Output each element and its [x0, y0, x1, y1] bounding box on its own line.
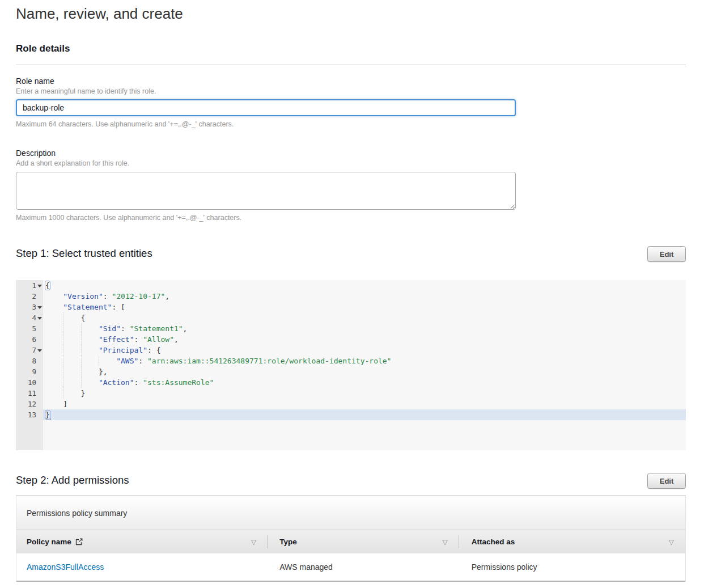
step1-edit-button[interactable]: Edit: [647, 246, 686, 262]
role-details-heading: Role details: [16, 43, 686, 54]
step1-header-row: Step 1: Select trusted entities Edit: [16, 246, 686, 262]
permissions-table-header: Policy name ▽ Type ▽ Attached as: [16, 530, 685, 553]
attached-as-cell: Permissions policy: [459, 562, 685, 572]
role-name-input[interactable]: [16, 99, 516, 116]
column-policy-name: Policy name ▽: [16, 530, 268, 553]
permissions-panel-title: Permissions policy summary: [16, 496, 685, 530]
column-type: Type ▽: [268, 530, 459, 553]
policy-name-link[interactable]: AmazonS3FullAccess: [27, 562, 104, 572]
step2-header-row: Step 2: Add permissions Edit: [16, 473, 686, 489]
role-name-field: Role name Enter a meaningful name to ide…: [16, 77, 686, 128]
type-header-label: Type: [279, 538, 297, 546]
page-content: Name, review, and create Role details Ro…: [16, 5, 686, 582]
description-field: Description Add a short explanation for …: [16, 149, 686, 222]
step2-edit-button[interactable]: Edit: [647, 473, 686, 489]
attached-as-filter-icon[interactable]: ▽: [669, 538, 674, 546]
description-textarea[interactable]: [16, 172, 516, 210]
description-hint: Maximum 1000 characters. Use alphanumeri…: [16, 214, 686, 222]
trust-policy-editor[interactable]: 12345678910111213 {"Version": "2012-10-1…: [16, 280, 686, 450]
page-title: Name, review, and create: [16, 5, 686, 23]
step1-heading: Step 1: Select trusted entities: [16, 246, 152, 260]
editor-gutter: 12345678910111213: [16, 280, 43, 450]
editor-code[interactable]: {"Version": "2012-10-17","Statement": [{…: [43, 280, 686, 450]
role-name-help: Enter a meaningful name to identify this…: [16, 87, 686, 95]
column-attached-as: Attached as ▽: [459, 530, 685, 553]
description-help: Add a short explanation for this role.: [16, 159, 686, 167]
section-divider: [16, 65, 686, 65]
policy-name-header-label: Policy name: [27, 538, 71, 546]
policy-name-filter-icon[interactable]: ▽: [251, 538, 256, 546]
step2-heading: Step 2: Add permissions: [16, 473, 129, 487]
role-name-label: Role name: [16, 77, 686, 86]
attached-as-header-label: Attached as: [472, 538, 515, 546]
external-link-icon: [75, 538, 83, 545]
permissions-panel: Permissions policy summary Policy name ▽: [16, 496, 686, 582]
policy-type-cell: AWS managed: [268, 562, 459, 572]
table-row: AmazonS3FullAccess AWS managed Permissio…: [16, 553, 685, 582]
role-name-hint: Maximum 64 characters. Use alphanumeric …: [16, 120, 686, 128]
type-filter-icon[interactable]: ▽: [442, 538, 447, 546]
description-label: Description: [16, 149, 686, 158]
